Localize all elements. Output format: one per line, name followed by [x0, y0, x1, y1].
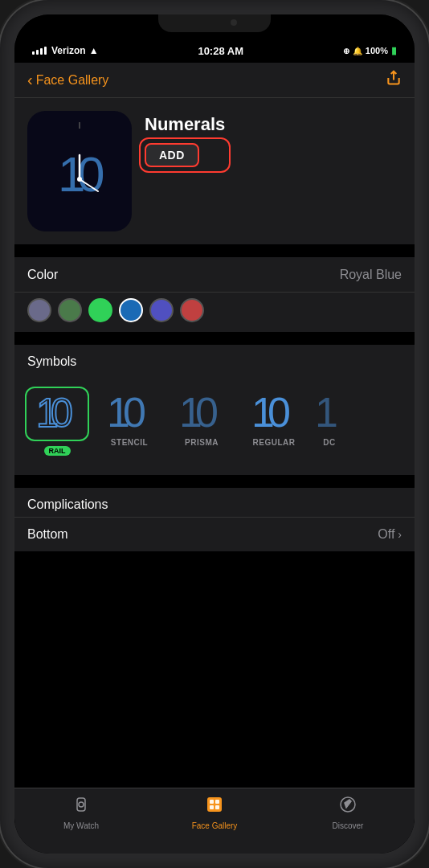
svg-text:1: 1: [315, 389, 338, 435]
symbol-item-prisma[interactable]: 1 0 PRISMA: [165, 380, 238, 462]
tab-discover-label: Discover: [333, 821, 364, 830]
face-gallery-icon: [205, 795, 224, 819]
battery-icon: ▮: [391, 45, 397, 56]
wifi-icon: ▲: [89, 45, 99, 56]
complication-bottom-value-text: Off: [378, 527, 394, 542]
color-label: Color: [27, 268, 58, 282]
tab-face-gallery-label: Face Gallery: [192, 821, 238, 830]
svg-rect-20: [210, 800, 214, 804]
signal-icon: [32, 47, 47, 55]
tab-my-watch-label: My Watch: [63, 821, 99, 830]
symbols-section: Symbols 1 0 RAIL: [14, 345, 415, 475]
svg-marker-25: [345, 800, 351, 808]
color-dots-row: [14, 293, 415, 332]
phone-screen: Verizon ▲ 10:28 AM ⊕ 🔔 100% ▮ ‹ Face Gal…: [14, 14, 415, 854]
color-dot-gray[interactable]: [27, 298, 51, 322]
face-info: Numerals ADD: [145, 111, 225, 167]
face-preview-section: 1 0 Numerals ADD: [14, 98, 415, 244]
symbol-label-prisma: PRISMA: [185, 438, 219, 447]
complications-section: Complications Bottom Off ›: [14, 488, 415, 551]
separator-1: [14, 251, 415, 257]
color-dot-green[interactable]: [58, 298, 82, 322]
svg-point-18: [79, 802, 84, 807]
svg-text:0: 0: [123, 389, 146, 435]
complication-bottom-row[interactable]: Bottom Off ›: [14, 517, 415, 551]
add-button[interactable]: ADD: [145, 143, 199, 167]
complications-header: Complications: [14, 488, 415, 517]
location-icon: ⊕: [343, 47, 349, 55]
complication-bottom-value: Off ›: [378, 527, 402, 542]
battery-percent: 100%: [366, 46, 388, 55]
color-dot-purple[interactable]: [149, 298, 174, 322]
status-left: Verizon ▲: [32, 45, 99, 56]
svg-point-6: [77, 177, 82, 182]
symbols-header: Symbols: [14, 345, 415, 374]
svg-rect-19: [207, 797, 222, 812]
notch-area: [14, 14, 415, 39]
svg-text:0: 0: [51, 391, 73, 435]
status-right: ⊕ 🔔 100% ▮: [343, 45, 397, 56]
symbol-stencil-svg: 1 0: [105, 387, 153, 435]
symbol-label-stencil: STENCIL: [111, 438, 148, 447]
main-content: 1 0 Numerals ADD: [14, 98, 415, 823]
color-section: Color Royal Blue: [14, 257, 415, 332]
symbol-item-rail[interactable]: 1 0 RAIL: [21, 380, 93, 462]
svg-text:0: 0: [77, 146, 104, 202]
carrier-name: Verizon: [51, 45, 86, 56]
symbol-prisma-svg: 1 0: [178, 387, 226, 435]
symbol-rail-svg: 1 0: [33, 390, 81, 435]
color-value: Royal Blue: [340, 268, 402, 282]
symbol-selected-border: 1 0: [25, 387, 89, 441]
tab-spacer: [14, 551, 415, 624]
back-label[interactable]: Face Gallery: [36, 73, 109, 88]
discover-icon: [338, 795, 358, 819]
tab-bar: My Watch Face Gallery: [14, 788, 415, 854]
face-title: Numerals: [145, 114, 225, 135]
complication-bottom-label: Bottom: [27, 527, 68, 542]
symbol-item-stencil[interactable]: 1 0 STENCIL: [93, 380, 165, 462]
status-time: 10:28 AM: [198, 45, 243, 57]
symbol-badge-rail: RAIL: [44, 446, 71, 456]
symbol-label-do: DC: [323, 438, 335, 447]
symbol-item-regular[interactable]: 1 0 REGULAR: [238, 380, 310, 462]
symbol-do-svg: 1: [313, 387, 345, 435]
symbol-label-regular: REGULAR: [253, 438, 296, 447]
svg-rect-22: [210, 805, 214, 809]
status-bar: Verizon ▲ 10:28 AM ⊕ 🔔 100% ▮: [14, 39, 415, 63]
symbol-regular-svg: 1 0: [250, 387, 298, 435]
my-watch-icon: [72, 795, 91, 819]
color-dot-red[interactable]: [180, 298, 204, 322]
chevron-left-icon: ‹: [27, 71, 33, 89]
symbol-item-do[interactable]: 1 DC: [310, 380, 349, 462]
symbols-scroll: 1 0 RAIL 1 0 STENCIL: [14, 374, 415, 475]
color-dot-royal-blue[interactable]: [119, 298, 143, 322]
separator-3: [14, 475, 415, 481]
phone-frame: Verizon ▲ 10:28 AM ⊕ 🔔 100% ▮ ‹ Face Gal…: [0, 0, 429, 868]
separator-2: [14, 332, 415, 338]
front-camera: [231, 19, 237, 26]
tab-my-watch[interactable]: My Watch: [14, 795, 148, 830]
svg-text:0: 0: [195, 389, 219, 435]
tab-discover[interactable]: Discover: [281, 795, 415, 830]
watch-face-thumbnail: 1 0: [27, 111, 132, 231]
svg-rect-23: [215, 805, 219, 809]
notch: [158, 14, 271, 32]
back-button[interactable]: ‹ Face Gallery: [27, 71, 108, 89]
share-button[interactable]: [386, 70, 402, 90]
color-row[interactable]: Color Royal Blue: [14, 257, 415, 293]
color-dot-bright-green[interactable]: [88, 298, 112, 322]
navigation-bar: ‹ Face Gallery: [14, 63, 415, 98]
tab-face-gallery[interactable]: Face Gallery: [148, 795, 281, 830]
alarm-icon: 🔔: [353, 47, 362, 55]
svg-text:0: 0: [268, 389, 291, 435]
chevron-right-icon: ›: [398, 528, 402, 541]
svg-rect-21: [215, 800, 219, 804]
watch-face-svg: 1 0: [27, 111, 132, 231]
